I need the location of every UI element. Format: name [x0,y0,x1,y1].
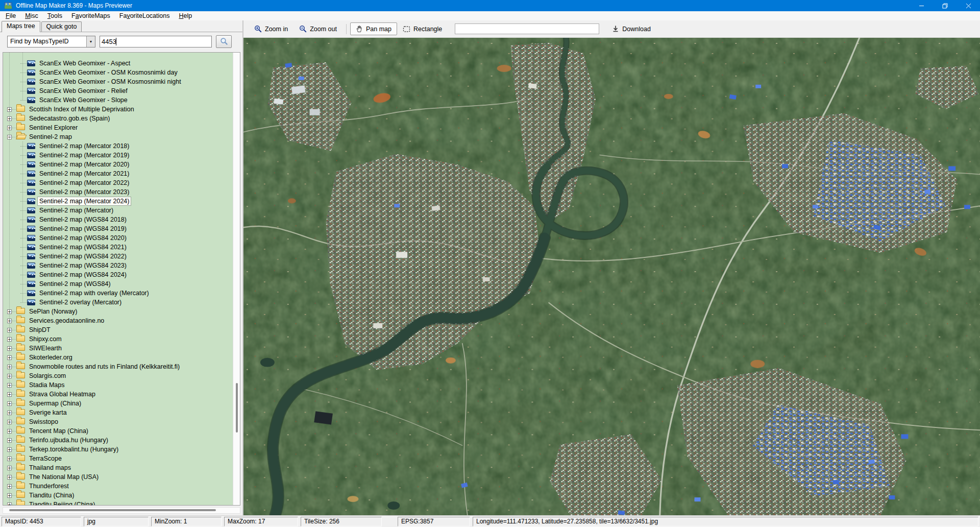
menu-favoritemaps[interactable]: FavoriteMaps [67,12,115,20]
tree-connector [12,459,16,459]
tree-item[interactable]: +Terkep.torokbalint.hu (Hungary) [3,445,233,454]
tree-item[interactable]: +Sedecatastro.gob.es (Spain) [3,114,233,123]
tree-item[interactable]: +Thailand maps [3,463,233,472]
map-layer-icon [27,244,35,250]
tab-maps-tree[interactable]: Maps tree [2,21,40,32]
tree-connector [12,376,16,376]
tree-item[interactable]: +Terinfo.ujbuda.hu (Hungary) [3,436,233,445]
chevron-down-icon[interactable]: ▼ [86,36,95,47]
tree-item[interactable]: −Sentinel-2 map [3,132,233,141]
close-button[interactable] [957,0,980,11]
tree-item[interactable]: +Sverige karta [3,408,233,417]
tree-vertical-scrollbar[interactable] [233,53,240,505]
tab-quick-goto[interactable]: Quick goto [41,21,82,32]
tree-item-label: ScanEx Web Geomixer - Slope [38,96,129,104]
tree-item[interactable]: ScanEx Web Geomixer - Aspect [3,59,233,68]
tree-item[interactable]: Sentinel-2 overlay (Mercator) [3,298,233,307]
tree-item[interactable]: +Strava Global Heatmap [3,390,233,399]
tree-item-label: Sentinel-2 map (WGS84 2022) [38,252,128,260]
tree-item[interactable]: +Shipxy.com [3,334,233,344]
tree-item[interactable]: +Skoterleder.org [3,353,233,362]
tree-horizontal-scrollbar[interactable] [3,507,240,514]
tree-item[interactable]: Sentinel-2 map (Mercator 2020) [3,160,233,169]
tree-item[interactable]: Sentinel-2 map (Mercator 2021) [3,169,233,178]
tree-item[interactable]: +TerraScope [3,454,233,463]
tree-item[interactable]: ScanEx Web Geomixer - Relief [3,86,233,95]
tree-item[interactable]: Sentinel-2 map (WGS84 2019) [3,224,233,233]
tree-item[interactable]: Sentinel-2 map (Mercator 2018) [3,141,233,151]
tree-item[interactable]: +The National Map (USA) [3,472,233,482]
left-panel: Maps tree Quick goto Find by MapsTypeID … [0,20,243,515]
pan-map-button[interactable]: Pan map [350,22,397,35]
tree-item[interactable]: ScanEx Web Geomixer - OSM Kosmosnimki ni… [3,77,233,86]
tree-item[interactable]: Sentinel-2 map (WGS84 2018) [3,215,233,224]
menu-favoritelocations[interactable]: FavoriteLocations [115,12,175,20]
tree-item[interactable]: Sentinel-2 map (Mercator 2022) [3,178,233,187]
menu-tools[interactable]: Tools [43,12,67,20]
tree-item[interactable]: +SIWEIearth [3,344,233,353]
tree-item[interactable]: +Tencent Map (China) [3,426,233,436]
tree-connector [20,210,27,211]
tree-item[interactable]: Sentinel-2 map (WGS84 2023) [3,261,233,270]
menu-file[interactable]: File [1,12,20,20]
map-layer-icon [27,97,35,103]
menu-help[interactable]: Help [174,12,197,20]
tree-connector [12,330,16,330]
tree-item[interactable]: Sentinel-2 map (WGS84 2021) [3,243,233,252]
tree-item[interactable]: +ShipDT [3,325,233,334]
minimize-button[interactable] [910,0,933,11]
zoom-out-button[interactable]: Zoom out [293,22,342,35]
tree-item[interactable]: +SePlan (Norway) [3,307,233,316]
map-panel: Zoom in Zoom out Pan map [243,20,980,515]
find-mode-select[interactable]: Find by MapsTypeID ▼ [7,36,95,47]
rectangle-button[interactable]: Rectangle [397,23,448,35]
download-button[interactable]: Download [606,22,656,35]
tree-item-label: Sentinel-2 overlay (Mercator) [38,298,123,306]
search-input[interactable] [100,36,212,47]
tree-item[interactable]: Sentinel-2 map (WGS84 2024) [3,270,233,279]
folder-icon [16,381,25,388]
map-layer-icon [27,143,35,149]
map-layer-icon [27,60,35,66]
tree-item[interactable]: Sentinel-2 map (Mercator 2024) [3,197,233,206]
tree-item[interactable]: Sentinel-2 map (WGS84 2020) [3,233,233,243]
tree-item[interactable]: +Thunderforest [3,482,233,491]
folder-icon [16,437,25,443]
tree-item[interactable]: +Supermap (China) [3,399,233,408]
restore-button[interactable] [933,0,957,11]
tree-connector [20,82,27,82]
tree-item[interactable]: +Stadia Maps [3,380,233,390]
scrollbar-thumb[interactable] [9,509,216,511]
tree-item[interactable]: +Solargis.com [3,371,233,380]
tree-item[interactable]: +Tianditu Beijing (China) [3,500,233,505]
tree-item[interactable]: +Tianditu (China) [3,491,233,500]
folder-icon [16,473,25,480]
tree-item[interactable]: +Services.geodataonline.no [3,316,233,325]
tree-item[interactable]: ScanEx Web Geomixer - OSM Kosmosnimki da… [3,68,233,77]
tree-item[interactable]: Sentinel-2 map (WGS84 2022) [3,252,233,261]
zoom-in-button[interactable]: Zoom in [249,22,293,35]
text-caret [116,38,116,45]
search-button[interactable] [216,35,232,48]
satellite-map-canvas[interactable] [243,38,980,515]
tree-connector [12,339,16,340]
map-layer-icon [27,198,35,204]
tree-item[interactable]: +Swisstopo [3,417,233,426]
tree-item[interactable]: Sentinel-2 map (Mercator 2023) [3,187,233,197]
tree-item-label: Sentinel Explorer [28,124,79,132]
app-icon [4,2,12,10]
tree-item[interactable]: +Snowmobile routes and ruts in Finland (… [3,362,233,371]
tree-item-label: Supermap (China) [28,399,83,408]
folder-icon [16,106,25,112]
tree-item[interactable]: Sentinel-2 map (Mercator) [3,206,233,215]
scrollbar-thumb[interactable] [236,383,238,433]
tree-item[interactable]: Sentinel-2 map (Mercator 2019) [3,151,233,160]
tree-item[interactable]: Sentinel-2 map with overlay (Mercator) [3,289,233,298]
tree-item[interactable]: +Sentinel Explorer [3,123,233,132]
menu-misc[interactable]: Misc [20,12,43,20]
map-viewport[interactable] [243,38,980,515]
tree-item[interactable]: ScanEx Web Geomixer - Slope [3,95,233,105]
toolbar-input[interactable] [455,23,599,34]
tree-item[interactable]: +Scottish Index of Multiple Deprivation [3,105,233,114]
tree-item[interactable]: Sentinel-2 map (WGS84) [3,279,233,289]
